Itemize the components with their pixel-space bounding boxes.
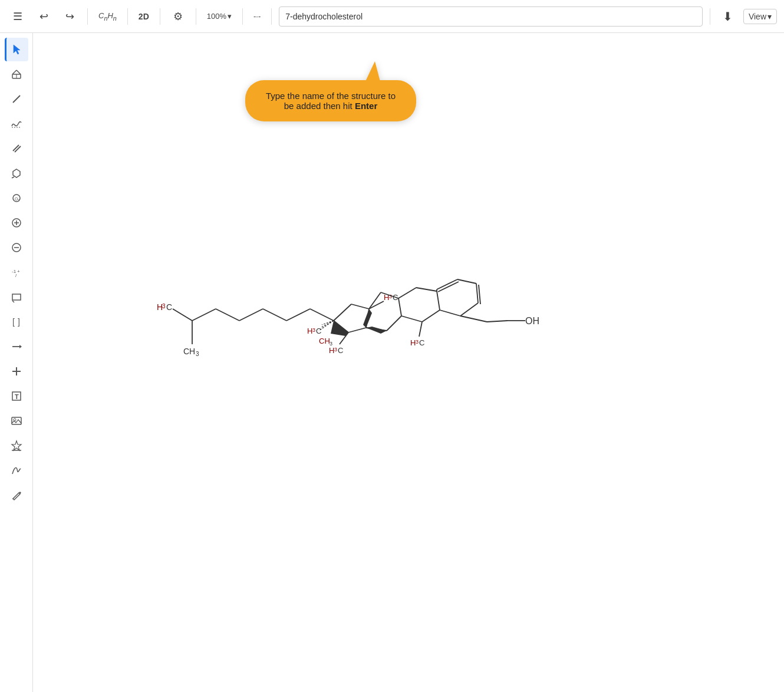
undo-button[interactable]: ↩ (33, 6, 54, 27)
selection-rect-tool[interactable] (5, 285, 28, 309)
svg-line-82 (398, 288, 416, 298)
tooltip-text-bold: Enter (355, 101, 377, 111)
arrow-tool[interactable] (5, 335, 28, 358)
redo-button[interactable]: ↪ (59, 6, 80, 27)
separator-3 (160, 8, 160, 25)
svg-line-35 (12, 499, 13, 499)
svg-line-22 (12, 301, 14, 302)
svg-line-45 (239, 309, 263, 321)
menu-button[interactable]: ☰ (7, 6, 28, 27)
text-tool-icon: T (11, 390, 22, 402)
svg-marker-33 (12, 441, 21, 450)
svg-text:C: C (338, 346, 343, 355)
svg-line-43 (192, 309, 216, 321)
eraser-tool[interactable] (5, 62, 28, 86)
add-atom-tool[interactable] (5, 360, 28, 383)
main-area: O 2 -1 / + (0, 33, 784, 692)
svg-line-81 (416, 288, 437, 291)
text-tool[interactable]: T (5, 384, 28, 408)
image-tool-icon (11, 415, 22, 427)
svg-text:+: + (17, 269, 20, 274)
svg-line-73 (387, 316, 401, 331)
multi-bond-tool[interactable] (5, 137, 28, 160)
svg-line-87 (440, 310, 460, 316)
cleanup-tool[interactable] (5, 434, 28, 457)
svg-line-89 (476, 284, 478, 303)
svg-text:3: 3 (330, 341, 332, 347)
svg-text:[: [ (12, 317, 15, 327)
svg-text:C: C (166, 302, 172, 312)
sidebar: O 2 -1 / + (0, 33, 33, 692)
svg-text:T: T (15, 393, 19, 400)
atom-button[interactable]: -·- (250, 9, 264, 23)
svg-text:C: C (316, 327, 321, 335)
zoom-level: 100% (207, 12, 226, 21)
pen-tool[interactable] (5, 483, 28, 507)
svg-line-50 (351, 304, 369, 309)
download-button[interactable]: ⬇ (717, 6, 739, 27)
svg-line-1 (12, 70, 17, 74)
view-button[interactable]: View ▾ (743, 9, 777, 24)
atom-icon: -·- (253, 12, 261, 21)
settings-icon: ⚙ (173, 10, 183, 23)
zoom-in-tool[interactable] (5, 211, 28, 235)
arrow-icon (11, 341, 22, 352)
pen-icon (11, 489, 22, 501)
svg-text:3: 3 (334, 347, 337, 352)
ring-icon (11, 167, 22, 179)
svg-text:C: C (419, 338, 424, 347)
ring-tool[interactable] (5, 162, 28, 185)
svg-line-47 (286, 309, 310, 321)
svg-line-52 (348, 328, 366, 332)
zoom-out-tool[interactable] (5, 236, 28, 259)
svg-line-90 (479, 285, 480, 304)
svg-line-78 (401, 316, 422, 322)
separator-5 (242, 8, 243, 25)
wavy-bond-tool[interactable] (5, 112, 28, 136)
formula-label: CnHn (98, 11, 117, 20)
atom-label-tool[interactable]: O 2 (5, 186, 28, 210)
cursor-tool[interactable] (5, 38, 28, 61)
canvas-area[interactable]: Type the name of the structure to be add… (33, 33, 784, 692)
svg-line-88 (460, 303, 478, 316)
tooltip-bubble: Type the name of the structure to be add… (245, 80, 416, 121)
cursor-icon (11, 44, 23, 55)
svg-line-95 (487, 321, 508, 322)
svg-line-44 (216, 309, 239, 321)
svg-marker-26 (19, 345, 22, 348)
freehand-icon (11, 464, 22, 476)
svg-marker-55 (331, 321, 348, 336)
mode-2d-button[interactable]: 2D (135, 9, 153, 24)
zoom-chevron: ▾ (228, 12, 232, 21)
svg-line-79 (422, 310, 440, 322)
svg-line-46 (263, 309, 286, 321)
zoom-button[interactable]: 100% ▾ (203, 9, 235, 23)
bond-line-tool[interactable] (5, 87, 28, 111)
bracket-tool[interactable]: [ ] (5, 310, 28, 334)
separator-7 (710, 8, 710, 25)
multi-bond-icon (11, 143, 22, 154)
image-tool[interactable] (5, 409, 28, 433)
svg-marker-54 (363, 309, 372, 328)
download-icon: ⬇ (723, 9, 733, 24)
svg-text:CH: CH (183, 347, 195, 356)
svg-line-49 (334, 304, 351, 321)
separator-6 (271, 8, 272, 25)
svg-line-39 (173, 309, 192, 321)
svg-line-2 (17, 70, 21, 74)
add-atom-icon (11, 365, 22, 377)
svg-line-4 (13, 95, 20, 103)
svg-line-7 (15, 146, 21, 152)
eraser-icon (11, 68, 22, 80)
svg-rect-21 (12, 294, 21, 300)
freehand-tool[interactable] (5, 459, 28, 482)
structure-search-input[interactable] (279, 6, 703, 27)
bracket-icon: [ ] (11, 316, 22, 328)
svg-text:H: H (329, 346, 334, 355)
settings-button[interactable]: ⚙ (167, 6, 189, 27)
svg-text:OH: OH (525, 316, 539, 326)
view-label: View (749, 12, 766, 21)
svg-text:CH: CH (319, 337, 330, 345)
charge-tool[interactable]: -1 / + (5, 261, 28, 284)
formula-button[interactable]: CnHn (95, 9, 120, 24)
